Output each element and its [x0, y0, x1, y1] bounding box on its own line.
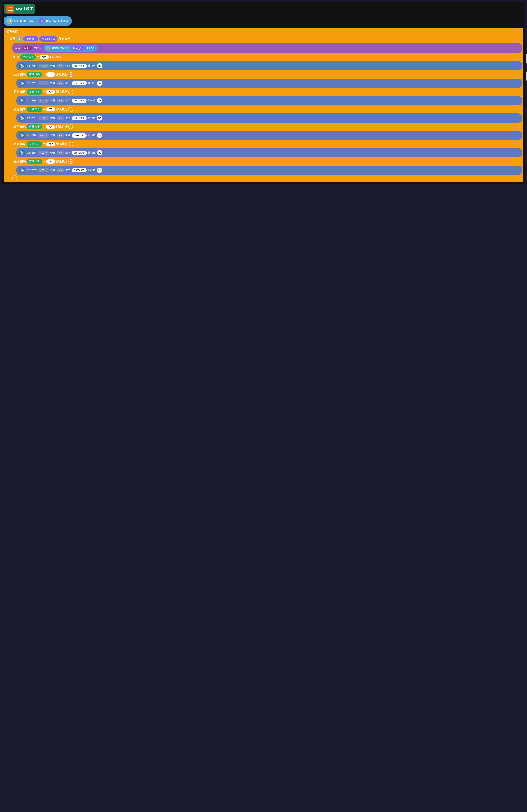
minus-btn-5[interactable]: −	[69, 142, 73, 146]
add-button[interactable]: +	[12, 175, 17, 180]
obloq-init-block: 📶 Obloq mqtt 初始化 ⚙️ 接口I2C 地址0x16	[3, 16, 524, 27]
else-if-row-4: 否则 如果 变量 指令 = "J" 那么执行 −	[12, 123, 522, 130]
else-if-row-5: 否则 如果 变量 指令 = "A" 那么执行 −	[12, 141, 522, 147]
string-value-1: "C"	[46, 72, 55, 77]
set-label: 设置	[15, 46, 20, 50]
pin-dropdown-1[interactable]: 9 ▼	[57, 81, 64, 85]
wifi-icon-if: 📶	[16, 36, 22, 42]
num-label-1: 数字	[65, 82, 71, 85]
uno-title: Uno 主程序	[16, 7, 33, 11]
set-block: 设置 指令 ▼ 的值为 📶 Obloq 读取来自 Topic_0 ▼ 的消息	[12, 43, 522, 53]
ir-icon-5: 📡	[19, 149, 25, 156]
received-msg: 接收到消息?	[39, 36, 58, 42]
bits-value-1: 32	[97, 81, 102, 86]
condition-block-3: 否则 如果 变量 指令 = "F" 那么执行 − 📡 红外发射	[12, 106, 522, 122]
string-value-2: "S"	[46, 90, 55, 94]
nec-dropdown-6[interactable]: NEC ▼	[38, 168, 49, 172]
pin-dropdown-4[interactable]: 9 ▼	[57, 133, 64, 137]
condition-pill-0: 变量 指令	[20, 55, 36, 60]
uno-header-block: UNO Uno 主程序	[3, 3, 524, 15]
condition-pill-6: 变量 指令	[27, 159, 42, 164]
condition-block-2: 否则 如果 变量 指令 = "S" 那么执行 − 📡 红外发射	[12, 89, 522, 105]
ir-icon-2: 📡	[19, 98, 25, 104]
ir-block-1: 📡 红外发射 NEC ▼ 管脚 9 ▼ 数字	[16, 78, 522, 88]
minus-btn-6[interactable]: −	[69, 159, 73, 164]
workspace: UNO Uno 主程序 📶 Obloq mqtt 初始化 ⚙️ 接口I2C 地址…	[2, 2, 525, 184]
pin-dropdown-0[interactable]: 9 ▼	[57, 64, 64, 68]
minus-btn-4[interactable]: −	[68, 125, 73, 129]
obloq-init: 📶 Obloq mqtt 初始化 ⚙️ 接口I2C 地址0x16	[3, 16, 72, 26]
bits-value-2: 32	[97, 98, 102, 103]
bits-value-0: 32	[97, 63, 102, 69]
nec-dropdown-5[interactable]: NEC ▼	[38, 151, 49, 155]
condition-row-0: 如果 变量 指令 = "O" 那么执行	[12, 54, 522, 60]
condition-pill-2: 变量 指令	[27, 89, 42, 95]
pin-dropdown-3[interactable]: 9 ▼	[57, 116, 64, 120]
hex-value-4: 0xFF08F7	[72, 133, 87, 137]
ir-indent-5: 📡 红外发射 NEC ▼ 管脚 9 ▼ 数字	[12, 148, 522, 157]
uno-header: UNO Uno 主程序	[3, 3, 35, 14]
nec-dropdown-1[interactable]: NEC ▼	[38, 81, 49, 85]
bits-label-0: 比特数	[88, 64, 96, 68]
ir-indent-0: 📡 红外发射 NEC ▼ 管脚 9 ▼ 数字	[12, 61, 522, 70]
minus-btn-1[interactable]: −	[69, 72, 73, 77]
else-if-row-1: 否则 如果 变量 指令 = "C" 那么执行 −	[12, 71, 522, 78]
minus-btn-3[interactable]: −	[69, 107, 73, 112]
bits-label-1: 比特数	[88, 82, 96, 85]
condition-pill-3: 变量 指令	[27, 107, 42, 112]
string-value-3: "F"	[46, 107, 55, 112]
msg-label: 的消息	[87, 46, 95, 50]
pin-label-0: 管脚	[50, 64, 55, 68]
condition-block-5: 否则 如果 变量 指令 = "A" 那么执行 − 📡 红外发射	[12, 141, 522, 157]
main-if-content: 设置 指令 ▼ 的值为 📶 Obloq 读取来自 Topic_0 ▼ 的消息	[9, 43, 522, 180]
ir-label-1: 红外发射	[27, 82, 36, 85]
loop-label: 循环执行	[5, 29, 522, 34]
pin-dropdown-5[interactable]: 9 ▼	[57, 151, 64, 155]
condition-pill-5: 变量 指令	[27, 142, 42, 147]
ir-icon-1: 📡	[19, 80, 25, 86]
obloq-read-label: Obloq 读取来自	[52, 46, 69, 50]
string-value-6: "P"	[46, 159, 55, 164]
condition-block-0: 如果 变量 指令 = "O" 那么执行 📡 红外发射 NE	[12, 54, 522, 70]
obloq-read-block: 📶 Obloq 读取来自 Topic_0 ▼ 的消息	[43, 45, 97, 52]
ir-indent-2: 📡 红外发射 NEC ▼ 管脚 9 ▼ 数字	[12, 96, 522, 105]
minus-btn-2[interactable]: −	[69, 90, 73, 94]
pin-dropdown-6[interactable]: 9 ▼	[57, 168, 64, 172]
topic-dropdown-read[interactable]: Topic_0 ▼	[71, 46, 86, 50]
nec-dropdown-2[interactable]: NEC ▼	[38, 99, 49, 103]
nec-dropdown-0[interactable]: NEC ▼	[38, 64, 49, 68]
hex-value-3: 0xFFA05F	[72, 116, 87, 120]
else-if-row-3: 否则 如果 变量 指令 = "F" 那么执行 −	[12, 106, 522, 113]
hex-value-6: 0xFFA857	[72, 168, 87, 172]
num-label-0: 数字	[65, 64, 71, 68]
nec-dropdown-4[interactable]: NEC ▼	[38, 133, 49, 137]
obloq-interface: 接口I2C 地址0x16	[46, 19, 69, 23]
pin-dropdown-2[interactable]: 9 ▼	[57, 99, 64, 103]
obloq-init-label: Obloq mqtt 初始化	[14, 19, 38, 23]
ir-block-2: 📡 红外发射 NEC ▼ 管脚 9 ▼ 数字	[16, 96, 522, 105]
ir-block-0: 📡 红外发射 NEC ▼ 管脚 9 ▼ 数字	[16, 61, 522, 70]
ir-icon-0: 📡	[19, 63, 25, 69]
hex-value-1: 0xFF40BF	[72, 81, 87, 85]
loop-inner: 如果 📶 Topic_0 ▼ 接收到消息? 那么执行 设置 指令	[5, 35, 522, 180]
string-value-5: "A"	[46, 142, 55, 146]
bits-value-3: 32	[97, 115, 102, 121]
hex-value-5: 0xFFB04F	[72, 151, 87, 155]
string-value-4: "J"	[46, 125, 55, 129]
value-label: 的值为	[34, 46, 42, 50]
bits-value-6: 32	[97, 168, 102, 173]
ir-block-5: 📡 红外发射 NEC ▼ 管脚 9 ▼ 数字	[16, 148, 522, 157]
var-dropdown-set[interactable]: 指令 ▼	[21, 46, 33, 50]
if-label-0: 如果	[14, 55, 19, 59]
ir-icon-4: 📡	[19, 132, 25, 139]
hex-value-0: 0xFF40BF	[72, 64, 87, 68]
else-if-row-2: 否则 如果 变量 指令 = "S" 那么执行 −	[12, 89, 522, 95]
if-block-main: 如果 📶 Topic_0 ▼ 接收到消息? 那么执行	[9, 35, 522, 42]
ir-indent-4: 📡 红外发射 NEC ▼ 管脚 9 ▼ 数字	[12, 131, 522, 140]
ir-block-4: 📡 红外发射 NEC ▼ 管脚 9 ▼ 数字	[16, 131, 522, 140]
wifi-icon: 📶	[6, 18, 13, 24]
nec-dropdown-3[interactable]: NEC ▼	[38, 116, 49, 120]
pin-label-1: 管脚	[50, 82, 55, 85]
topic-dropdown-if[interactable]: Topic_0 ▼	[23, 37, 38, 41]
uno-icon: UNO	[6, 5, 14, 13]
